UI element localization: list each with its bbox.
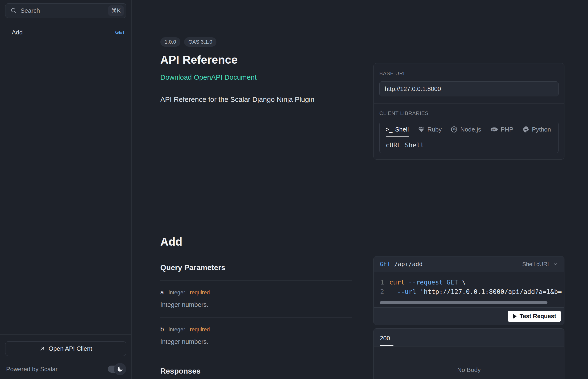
client-library-tabs: >_ Shell Ruby — [380, 122, 558, 137]
open-api-client-label: Open API Client — [48, 345, 92, 352]
page-description: API Reference for the Scalar Django Ninj… — [160, 95, 363, 103]
php-icon: php — [490, 126, 498, 133]
code-token: --url — [397, 288, 416, 295]
tab-shell[interactable]: >_ Shell — [386, 122, 409, 137]
chevron-down-icon — [553, 262, 558, 267]
client-libraries-tabbox: >_ Shell Ruby — [379, 122, 558, 153]
nodejs-icon: JS — [451, 126, 458, 133]
page-title: API Reference — [160, 53, 363, 66]
code-token: \ — [462, 279, 466, 286]
sidebar: Search ⌘K Add GET Open API Client Powere… — [0, 0, 132, 379]
tab-label: Shell — [395, 126, 409, 133]
parameter-required-badge: required — [190, 289, 210, 296]
test-request-button[interactable]: Test Request — [508, 311, 561, 322]
operation-title: Add — [160, 235, 352, 248]
version-badges: 1.0.0 OAS 3.1.0 — [160, 37, 363, 47]
arrow-up-right-icon — [39, 346, 45, 352]
search-shortcut-kbd: ⌘K — [108, 5, 124, 16]
download-openapi-link[interactable]: Download OpenAPI Document — [160, 73, 257, 81]
line-number: 1 — [380, 278, 384, 287]
powered-by-label: Powered by Scalar — [6, 365, 58, 373]
tab-php[interactable]: php PHP — [490, 122, 513, 137]
main-content: 1.0.0 OAS 3.1.0 API Reference Download O… — [132, 0, 588, 379]
client-libraries-label: CLIENT LIBRARIES — [379, 110, 558, 116]
no-body-label: No Body — [457, 366, 481, 379]
http-method-badge: GET — [115, 30, 125, 35]
tab-label: Python — [532, 126, 551, 133]
request-example-header: GET /api/add Shell cURL — [374, 256, 564, 272]
open-api-client-button[interactable]: Open API Client — [5, 341, 126, 356]
response-card-body: No Body — [374, 347, 564, 379]
response-status-tab[interactable]: 200 — [380, 335, 390, 346]
operation-details: Add Query Parameters a integer required … — [160, 235, 352, 379]
scalar-api-reference-app: Search ⌘K Add GET Open API Client Powere… — [0, 0, 588, 379]
play-icon — [512, 314, 517, 319]
code-block: 1curl--requestGET\ 2--url'http://127.0.0… — [374, 272, 564, 307]
request-path: /api/add — [394, 261, 423, 268]
parameter-description: Integer numbers. — [160, 301, 352, 317]
request-example-footer: Test Request — [374, 307, 564, 325]
sidebar-item-add[interactable]: Add GET — [0, 25, 131, 39]
svg-text:JS: JS — [453, 128, 456, 131]
parameter-row: b integer required Integer numbers. — [160, 318, 352, 354]
powered-row: Powered by Scalar — [5, 363, 126, 375]
parameter-name: a — [160, 289, 164, 296]
query-parameters-heading: Query Parameters — [160, 263, 352, 272]
intro-text: 1.0.0 OAS 3.1.0 API Reference Download O… — [160, 37, 363, 103]
parameter-type: integer — [169, 289, 185, 296]
base-url-label: BASE URL — [379, 70, 558, 77]
selected-client-label: cURL Shell — [380, 137, 558, 153]
tab-python[interactable]: Python — [522, 122, 551, 137]
code-line-1: 1curl--requestGET\ — [380, 278, 564, 287]
toggle-knob — [114, 363, 126, 375]
sidebar-footer: Open API Client Powered by Scalar — [0, 334, 131, 379]
search-placeholder: Search — [20, 7, 108, 14]
tab-ruby[interactable]: Ruby — [418, 122, 442, 137]
tab-label: PHP — [501, 126, 513, 133]
dark-mode-toggle[interactable] — [108, 365, 125, 373]
language-select[interactable]: Shell cURL — [522, 261, 558, 268]
parameter-required-badge: required — [190, 326, 210, 333]
parameter-type: integer — [169, 326, 185, 333]
tab-nodejs[interactable]: JS Node.js — [451, 122, 481, 137]
code-line-2: 2--url'http://127.0.0.1:8000/api/add?a=1… — [380, 287, 564, 297]
search-input[interactable]: Search ⌘K — [5, 3, 126, 18]
operation-section: Add Query Parameters a integer required … — [132, 192, 588, 379]
tab-label: Node.js — [460, 126, 481, 133]
parameter-name: b — [160, 326, 164, 333]
request-example-card: GET /api/add Shell cURL 1curl--requestGE… — [373, 256, 564, 325]
parameter-row: a integer required Integer numbers. — [160, 281, 352, 317]
parameter-head: b integer required — [160, 326, 352, 333]
code-token: GET — [446, 279, 458, 286]
code-token: --request — [408, 279, 443, 286]
ruby-gem-icon — [418, 126, 425, 133]
server-card: BASE URL CLIENT LIBRARIES >_ Shell — [373, 63, 564, 159]
code-horizontal-scrollbar — [380, 301, 558, 304]
code-token: curl — [389, 279, 405, 286]
language-select-value: Shell cURL — [522, 261, 551, 268]
parameter-head: a integer required — [160, 289, 352, 296]
moon-icon — [117, 366, 123, 372]
svg-text:php: php — [492, 128, 496, 131]
test-request-label: Test Request — [520, 313, 556, 320]
search-icon — [10, 7, 17, 14]
tab-label: Ruby — [428, 126, 442, 133]
request-method: GET — [380, 261, 390, 268]
base-url-input[interactable] — [379, 81, 558, 96]
code-token: 'http://127.0.0.1:8000/api/add?a=1&b= — [420, 288, 562, 295]
intro-section: 1.0.0 OAS 3.1.0 API Reference Download O… — [132, 0, 588, 192]
scrollbar-thumb[interactable] — [380, 301, 547, 304]
parameter-description: Integer numbers. — [160, 338, 352, 354]
terminal-icon: >_ — [386, 126, 393, 133]
response-example-card: 200 No Body — [373, 328, 564, 379]
line-number: 2 — [380, 287, 384, 297]
oas-badge: OAS 3.1.0 — [184, 37, 217, 47]
python-icon — [522, 126, 529, 133]
sidebar-item-label: Add — [12, 29, 115, 36]
response-card-header: 200 — [374, 329, 564, 346]
version-badge: 1.0.0 — [160, 37, 180, 47]
card-separator — [374, 103, 564, 104]
responses-heading: Responses — [160, 367, 352, 376]
